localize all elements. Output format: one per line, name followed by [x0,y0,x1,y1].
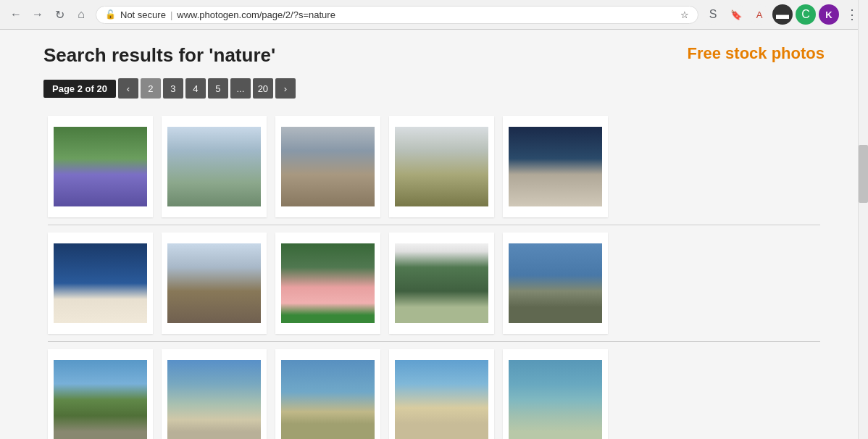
page-content: Search results for 'nature' Free stock p… [0,30,868,439]
plugin-icon2[interactable]: ▬ [772,4,793,25]
url-text: www.photogen.com/page/2/?s=nature [177,9,676,20]
address-bar[interactable]: 🔓 Not secure | www.photogen.com/page/2/?… [96,6,698,24]
photo-card-shallow-water[interactable] [503,349,608,439]
photo-image-coastal-boat [509,243,602,323]
photo-card-desert-hills[interactable] [389,116,494,217]
forward-button[interactable]: → [28,4,48,25]
browser-toolbar: ← → ↻ ⌂ 🔓 Not secure | www.photogen.com/… [0,0,868,29]
photo-image-shallow-water [509,360,602,439]
page-3-button[interactable]: 3 [163,78,183,99]
photo-image-pier-blue [281,360,375,439]
photo-card-coastal-boat[interactable] [503,233,608,334]
photo-card-trees-scrub[interactable] [389,233,494,334]
extensions-icon[interactable]: S [703,4,723,25]
photo-image-rock-sky [509,127,602,206]
photo-row-2 [43,228,825,338]
search-title: Search results for 'nature' [43,44,275,67]
photo-row-1 [43,112,825,222]
user-avatar[interactable]: K [819,4,839,25]
toolbar-icons: S 🔖 A ▬ C K ⋮ [703,4,862,25]
photo-card-forest[interactable] [48,116,153,217]
photo-image-street-view [54,360,147,439]
scrollbar-thumb[interactable] [859,145,868,203]
photo-image-pink-flowers [281,243,375,323]
reload-button[interactable]: ↻ [49,4,70,25]
photo-image-beach-wave [167,360,261,439]
separator-1 [48,225,820,225]
page-header: Search results for 'nature' Free stock p… [43,44,825,67]
photo-card-rock-sky[interactable] [503,116,608,217]
photo-image-rocky-coast [281,127,375,206]
photo-card-rocky-coast[interactable] [275,116,380,217]
photo-card-cliff-sea[interactable] [162,116,267,217]
photo-card-street-view[interactable] [48,349,153,439]
photo-image-cliff-sea [167,127,261,206]
photo-card-beach-wave[interactable] [162,349,267,439]
photo-card-pink-flowers[interactable] [275,233,380,334]
photo-image-white-rock [54,243,147,323]
photo-image-rocky-shore [167,243,261,323]
photo-image-pier-sky [395,360,488,439]
security-label: Not secure [120,9,166,20]
next-page-button[interactable]: › [275,78,296,99]
star-icon[interactable]: ☆ [680,9,689,20]
nav-buttons: ← → ↻ ⌂ [6,4,91,25]
photo-image-desert-hills [395,127,488,206]
home-button[interactable]: ⌂ [71,4,91,25]
plugin-icon3[interactable]: C [796,4,816,25]
back-button[interactable]: ← [6,4,26,25]
page-4-button[interactable]: 4 [185,78,206,99]
page-ellipsis-button[interactable]: ... [230,78,251,99]
page-indicator: Page 2 of 20 [43,80,116,98]
photo-card-pier-blue[interactable] [275,349,380,439]
bookmarks-icon[interactable]: 🔖 [726,4,746,25]
photo-card-rocky-shore[interactable] [162,233,267,334]
free-stock-label: Free stock photos [688,44,825,63]
separator-2 [48,341,820,342]
photo-image-trees-scrub [395,243,488,323]
prev-page-button[interactable]: ‹ [118,78,138,99]
page-20-button[interactable]: 20 [253,78,273,99]
photo-image-forest [54,127,147,206]
page-5-button[interactable]: 5 [208,78,228,99]
pagination: Page 2 of 20 ‹ 2 3 4 5 ... 20 › [43,78,825,99]
scrollbar[interactable] [858,0,868,439]
browser-chrome: ← → ↻ ⌂ 🔓 Not secure | www.photogen.com/… [0,0,868,30]
photo-row-3 [43,345,825,439]
photo-card-white-rock[interactable] [48,233,153,334]
page-2-button[interactable]: 2 [141,78,161,99]
photo-card-pier-sky[interactable] [389,349,494,439]
plugin-icon1[interactable]: A [749,4,769,25]
security-icon: 🔓 [105,9,116,20]
